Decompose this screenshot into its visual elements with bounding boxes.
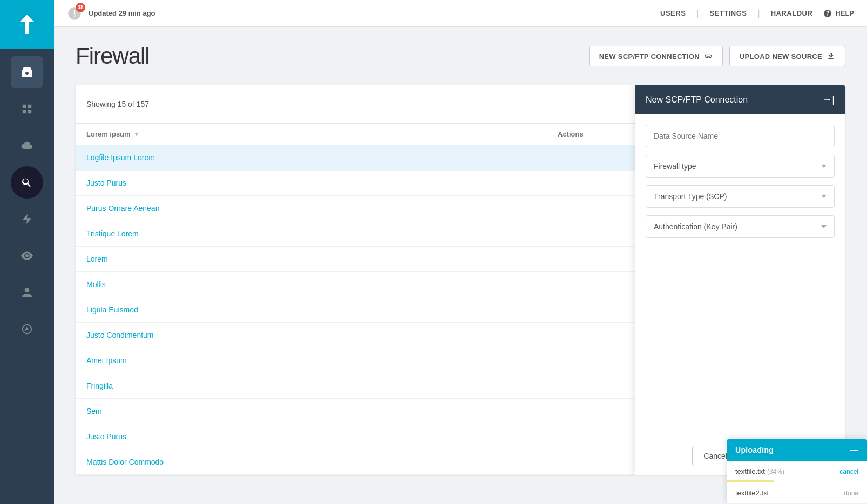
sidebar-item-search[interactable] [11,166,43,199]
upload-panel: Uploading — textfile.txt(34%)canceltextf… [727,439,867,504]
upload-filename: textfile2.txt [735,489,769,497]
upload-filename: textfile.txt(34%) [735,467,784,475]
page-title: Firewall [76,43,150,69]
upload-item: textfile2.txtdone [727,482,867,504]
main-content: 38 Updated 29 min ago USERS | SETTINGS |… [54,0,867,504]
upload-percent: (34%) [767,468,784,475]
upload-title: Uploading [735,446,774,454]
link-icon [704,52,713,60]
topbar: 38 Updated 29 min ago USERS | SETTINGS |… [54,0,867,27]
row-name-link[interactable]: Ligula Euismod [86,305,138,314]
col-name-header[interactable]: Lorem ipsum ▼ [76,124,547,145]
row-name-link[interactable]: Logfile Ipsum Lorem [86,153,155,162]
help-icon [823,9,832,18]
row-name-link[interactable]: Fringilla [86,382,113,390]
nav-users[interactable]: USERS [660,9,686,17]
row-name-link[interactable]: Justo Purus [86,179,126,187]
firewall-type-select[interactable]: Firewall type Option A Option B [646,155,835,178]
header-buttons: NEW SCP/FTP CONNECTION UPLOAD NEW SOURCE [589,46,845,66]
svg-rect-2 [23,110,26,113]
row-name-link[interactable]: Amet Ipsum [86,356,127,365]
panel-close-button[interactable]: →| [822,94,835,105]
row-name-link[interactable]: Tristique Lorem [86,229,139,238]
row-name-link[interactable]: Purus Ornare Aenean [86,204,159,213]
upload-item: textfile.txt(34%)cancel [727,461,867,482]
new-connection-button[interactable]: NEW SCP/FTP CONNECTION [589,46,723,66]
upload-done-status: done [844,489,858,497]
upload-body: textfile.txt(34%)canceltextfile2.txtdone [727,461,867,504]
sidebar-item-compass[interactable] [11,313,43,345]
nav-help[interactable]: HELP [823,9,854,18]
page-header: Firewall NEW SCP/FTP CONNECTION UPLOAD N… [76,43,845,69]
showing-text: Showing 15 of 157 [86,100,149,108]
table-card: Showing 15 of 157 Lore [76,85,845,475]
data-source-name-input[interactable] [646,125,835,147]
nav-username[interactable]: HARALDUR [771,9,813,17]
topbar-right: USERS | SETTINGS | HARALDUR HELP [660,9,854,18]
sidebar-item-eye[interactable] [11,240,43,272]
authentication-select[interactable]: Authentication (Key Pair) Key Pair Passw… [646,215,835,238]
transport-type-select[interactable]: Transport Type (SCP) SCP FTP SFTP [646,185,835,208]
panel-body: Firewall type Option A Option B Transpor… [635,114,845,437]
row-name-link[interactable]: Justo Purus [86,432,126,441]
row-name-link[interactable]: Sem [86,407,102,416]
app-logo[interactable] [0,0,54,49]
sidebar-item-grid[interactable] [11,93,43,125]
alert-count: 38 [76,3,85,12]
sidebar [0,0,54,504]
upload-cancel-button[interactable]: cancel [839,468,858,475]
svg-rect-0 [23,105,26,108]
panel-header: New SCP/FTP Connection →| [635,85,845,114]
topbar-left: 38 Updated 29 min ago [67,6,155,21]
svg-rect-3 [28,110,31,113]
upload-progress-bar [727,480,774,482]
sidebar-item-lightning[interactable] [11,203,43,235]
panel-overlay: New SCP/FTP Connection →| Firewall type … [635,85,845,475]
upload-icon [827,52,835,60]
alert-icon-wrap: 38 [67,6,82,21]
panel-title: New SCP/FTP Connection [646,95,748,105]
svg-rect-1 [28,105,31,108]
sidebar-item-cloud[interactable] [11,130,43,162]
page-area: Firewall NEW SCP/FTP CONNECTION UPLOAD N… [54,27,867,504]
row-name-link[interactable]: Mollis [86,280,106,289]
upload-header: Uploading — [727,439,867,461]
row-name-link[interactable]: Mattis Dolor Commodo [86,458,164,466]
upload-minimize-button[interactable]: — [850,446,858,454]
topbar-updated: Updated 29 min ago [89,9,155,17]
row-name-link[interactable]: Lorem [86,255,108,263]
upload-source-button[interactable]: UPLOAD NEW SOURCE [729,46,845,66]
sort-icon: ▼ [134,131,139,137]
nav-settings[interactable]: SETTINGS [709,9,747,17]
sidebar-item-basket[interactable] [11,56,43,88]
row-name-link[interactable]: Justo Condimentum [86,331,154,339]
sidebar-item-user[interactable] [11,276,43,309]
